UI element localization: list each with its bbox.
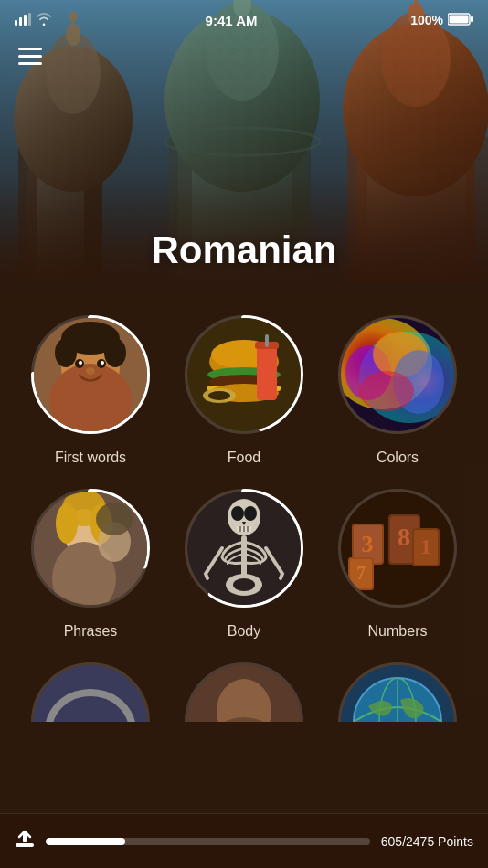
image-phrases	[34, 492, 147, 605]
battery-percent: 100%	[410, 13, 443, 27]
svg-point-48	[79, 361, 82, 365]
battery-icon	[448, 13, 473, 28]
signal-icon	[15, 13, 31, 28]
svg-text:3: 3	[362, 531, 374, 557]
image-body	[187, 492, 301, 605]
signal-area	[15, 13, 52, 28]
image-first-words	[34, 318, 147, 431]
svg-point-49	[101, 361, 104, 365]
xp-progress-fill	[46, 838, 125, 845]
circle-phrases	[27, 484, 154, 612]
svg-text:1: 1	[420, 535, 431, 558]
image-numbers: 3 8 1 7	[341, 492, 454, 605]
svg-point-81	[56, 503, 78, 544]
circle-colors	[334, 311, 461, 439]
wifi-icon	[36, 13, 52, 28]
label-food: Food	[228, 450, 260, 466]
svg-rect-128	[16, 843, 34, 847]
label-phrases: Phrases	[64, 623, 118, 640]
svg-rect-1	[19, 17, 22, 26]
partial-circle-2	[180, 658, 308, 722]
partial-circle-3	[334, 658, 461, 722]
label-first-words: First words	[55, 450, 126, 466]
partial-category-1[interactable]	[18, 658, 163, 722]
image-food	[187, 318, 301, 431]
svg-rect-63	[257, 345, 277, 400]
hamburger-icon	[18, 48, 42, 65]
partial-categories-row	[18, 658, 470, 722]
upload-icon	[15, 829, 35, 849]
svg-rect-2	[24, 15, 27, 26]
page-title: Romanian	[0, 228, 488, 272]
svg-rect-5	[471, 16, 473, 22]
label-numbers: Numbers	[368, 623, 428, 640]
label-body: Body	[228, 623, 260, 640]
circle-numbers: 3 8 1 7	[334, 484, 461, 612]
content-area: First words	[0, 283, 488, 813]
circle-food	[180, 311, 308, 439]
svg-rect-6	[450, 15, 469, 23]
time-display: 9:41 AM	[206, 13, 258, 28]
svg-point-91	[244, 506, 257, 521]
svg-point-75	[359, 371, 414, 411]
category-item-phrases[interactable]: Phrases	[18, 484, 163, 640]
partial-circle-1	[27, 658, 154, 722]
svg-text:7: 7	[356, 563, 366, 583]
svg-point-98	[233, 578, 255, 591]
svg-point-50	[86, 367, 95, 375]
category-item-body[interactable]: Body	[172, 484, 316, 640]
svg-point-52	[55, 338, 77, 367]
circle-body	[180, 484, 308, 612]
category-item-first-words[interactable]: First words	[18, 311, 163, 466]
bottom-bar: 605/2475 Points	[0, 813, 488, 868]
upload-button[interactable]	[15, 829, 35, 853]
svg-point-90	[231, 506, 244, 521]
partial-category-2[interactable]	[172, 658, 316, 722]
category-item-numbers[interactable]: 3 8 1 7 Number	[325, 484, 470, 640]
svg-rect-3	[28, 13, 31, 26]
circle-first-words	[27, 311, 154, 439]
xp-progress-bar	[46, 838, 370, 845]
image-colors	[341, 318, 454, 431]
battery-area: 100%	[410, 13, 473, 28]
svg-text:8: 8	[398, 523, 410, 551]
svg-point-53	[104, 338, 126, 367]
category-item-food[interactable]: Food	[172, 311, 316, 466]
svg-rect-0	[15, 20, 17, 26]
svg-point-67	[208, 391, 230, 400]
svg-point-85	[96, 503, 133, 535]
partial-category-3[interactable]	[325, 658, 470, 722]
svg-rect-65	[265, 334, 269, 347]
menu-button[interactable]	[15, 44, 46, 69]
label-colors: Colors	[377, 450, 419, 466]
status-bar: 9:41 AM 100%	[0, 0, 488, 40]
points-display: 605/2475 Points	[381, 834, 473, 849]
category-grid: First words	[18, 311, 470, 640]
category-item-colors[interactable]: Colors	[325, 311, 470, 466]
